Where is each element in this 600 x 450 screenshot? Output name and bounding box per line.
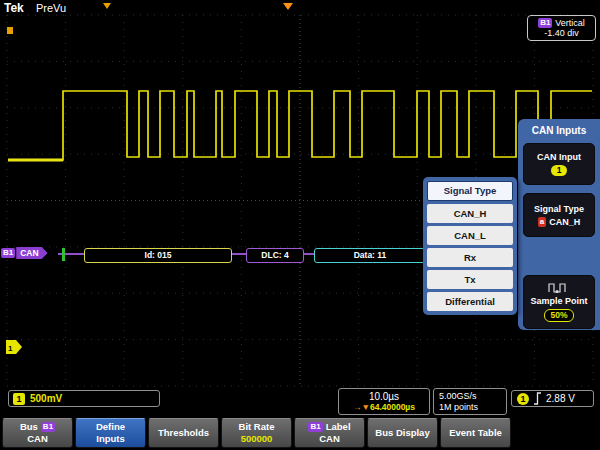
popup-title: Signal Type — [427, 181, 513, 201]
menu-bus-value: CAN — [27, 433, 48, 445]
sample-point-icon — [548, 282, 570, 293]
menu-bus-button[interactable]: Bus B1 CAN — [2, 418, 73, 448]
decode-field-data: Data: 11 — [314, 248, 426, 263]
menu-define-line2: Inputs — [96, 433, 125, 445]
signal-type-channel-badge: a — [538, 217, 546, 227]
trigger-position-marker[interactable] — [283, 3, 293, 10]
menu-label-button[interactable]: B1 Label CAN — [294, 418, 365, 448]
menu-event-table-button[interactable]: Event Table — [440, 418, 511, 448]
acquisition-readout: 5.00GS/s 1M points — [433, 388, 507, 415]
menu-label-label: Label — [326, 421, 351, 433]
sample-rate: 5.00GS/s — [439, 391, 477, 401]
delay-icons: →▼ — [353, 402, 370, 412]
signal-type-popup: Signal Type CAN_H CAN_L Rx Tx Differenti… — [423, 177, 517, 315]
can-input-button[interactable]: CAN Input 1 — [523, 143, 595, 185]
panel-spacer — [522, 245, 596, 275]
tek-logo: Tek — [4, 1, 24, 15]
delay-readout: →▼64.40000µs — [353, 403, 415, 412]
decode-field-dlc: DLC: 4 — [246, 248, 304, 263]
trigger-level: 2.88 V — [546, 393, 575, 404]
sample-point-button[interactable]: Sample Point 50% — [523, 275, 595, 329]
signal-type-label: Signal Type — [534, 204, 584, 214]
menu-bus-display-label: Bus Display — [375, 427, 429, 439]
menu-define-inputs-button[interactable]: Define Inputs — [75, 418, 146, 448]
acquisition-status: PreVu — [36, 2, 66, 14]
popup-option-can-h[interactable]: CAN_H — [427, 204, 513, 223]
vertical-readout-value: -1.40 div — [528, 28, 595, 38]
menu-bitrate-value: 500000 — [241, 433, 273, 445]
record-length: 1M points — [439, 402, 478, 412]
start-of-frame-marker — [62, 248, 65, 261]
sample-point-value: 50% — [544, 309, 573, 322]
menu-bus-label: Bus — [20, 421, 38, 433]
bus-label: B1 CAN — [1, 247, 48, 259]
side-menu-can-inputs: CAN Inputs CAN Input 1 Signal Type a CAN… — [518, 119, 600, 330]
vertical-readout: B1 Vertical -1.40 div — [527, 15, 596, 41]
channel1-marker-label: 1 — [8, 344, 13, 353]
sample-point-label: Sample Point — [530, 296, 587, 306]
channel1-readout: 1 500mV — [8, 390, 160, 407]
menu-thresholds-label: Thresholds — [158, 427, 209, 439]
menu-define-line1: Define — [96, 421, 125, 433]
popup-option-rx[interactable]: Rx — [427, 248, 513, 267]
b1-badge: B1 — [538, 18, 552, 28]
menu-label-badge: B1 — [308, 422, 322, 432]
popup-option-can-l[interactable]: CAN_L — [427, 226, 513, 245]
decode-field-id: Id: 015 — [84, 248, 232, 263]
bus-name: CAN — [16, 247, 47, 259]
signal-type-value: CAN_H — [549, 217, 580, 227]
can-waveform — [8, 91, 592, 160]
menu-event-table-label: Event Table — [449, 427, 502, 439]
trigger-slope-icon — [533, 392, 542, 405]
expansion-point-marker — [103, 3, 111, 9]
menu-thresholds-button[interactable]: Thresholds — [148, 418, 219, 448]
popup-option-tx[interactable]: Tx — [427, 270, 513, 289]
bottom-menu: Bus B1 CAN Define Inputs Thresholds Bit … — [0, 417, 600, 450]
oscilloscope-screen: 1 Tek PreVu B1 Vertical -1.40 div B1 CAN… — [0, 0, 600, 450]
bus-b1-badge: B1 — [1, 248, 15, 258]
trigger-readout: 1 2.88 V — [511, 390, 594, 407]
delay-value: 64.40000µs — [370, 402, 415, 412]
vertical-readout-title: Vertical — [555, 18, 585, 28]
menu-bus-badge: B1 — [41, 422, 55, 432]
can-input-label: CAN Input — [537, 152, 581, 162]
menu-bit-rate-button[interactable]: Bit Rate 500000 — [221, 418, 292, 448]
trigger-source-badge: 1 — [517, 393, 529, 405]
timebase-value: 10.0µs — [369, 392, 399, 402]
menu-label-value: CAN — [319, 433, 340, 445]
channel1-scale: 500mV — [30, 393, 62, 404]
signal-type-button[interactable]: Signal Type a CAN_H — [523, 193, 595, 237]
popup-option-differential[interactable]: Differential — [427, 292, 513, 311]
menu-bus-display-button[interactable]: Bus Display — [367, 418, 438, 448]
bus-threshold-marker — [7, 27, 13, 34]
side-menu-title: CAN Inputs — [522, 125, 596, 136]
channel1-badge: 1 — [13, 393, 25, 405]
can-input-value: 1 — [551, 165, 568, 176]
menu-bitrate-label: Bit Rate — [239, 421, 275, 433]
horizontal-readout: 10.0µs →▼64.40000µs — [338, 388, 430, 415]
